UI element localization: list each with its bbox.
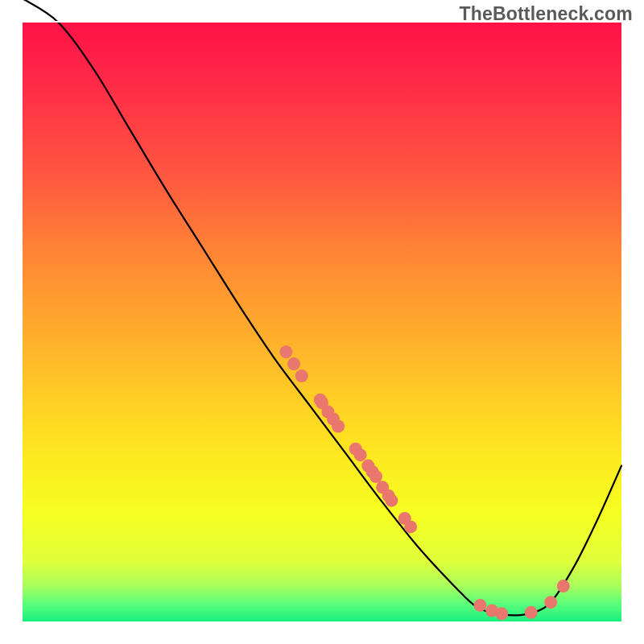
chart-stage: TheBottleneck.com	[0, 0, 644, 644]
data-point	[369, 470, 382, 483]
data-point	[287, 357, 300, 370]
data-point	[354, 448, 367, 461]
data-points	[279, 345, 569, 620]
data-point	[557, 580, 570, 592]
data-point	[525, 606, 538, 619]
data-point	[385, 494, 398, 507]
chart-overlay	[23, 23, 621, 621]
bottleneck-curve	[23, 0, 621, 615]
plot-area	[23, 23, 621, 621]
data-point	[332, 420, 345, 433]
data-point	[495, 607, 508, 620]
watermark-text: TheBottleneck.com	[459, 3, 633, 25]
data-point	[279, 345, 292, 358]
data-point	[473, 599, 486, 612]
data-point	[295, 369, 308, 382]
data-point	[404, 520, 417, 533]
data-point	[544, 596, 557, 609]
